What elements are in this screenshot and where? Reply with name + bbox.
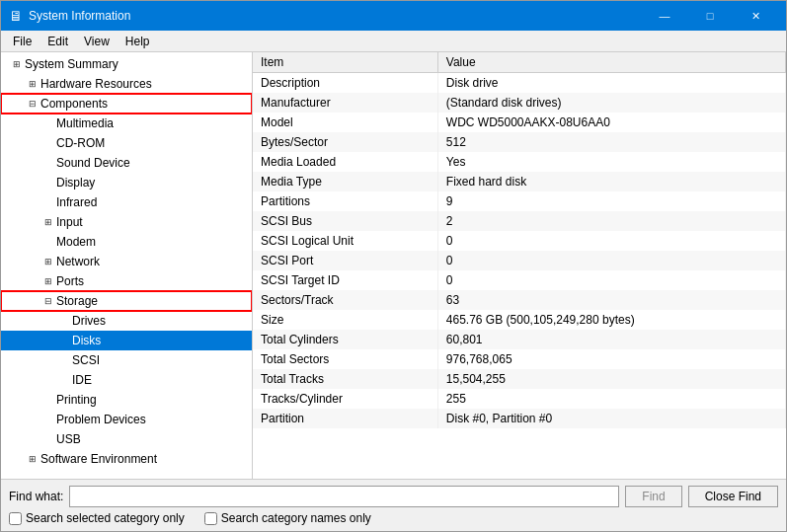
cell-value: 976,768,065 [437,349,785,369]
table-row: PartitionDisk #0, Partition #0 [253,409,786,428]
cell-value: Disk drive [437,73,785,94]
table-row: Size465.76 GB (500,105,249,280 bytes) [253,310,786,330]
tree-item-storage[interactable]: ⊟Storage [1,291,252,311]
tree-label-infrared: Infrared [56,195,97,209]
cell-value: 255 [437,389,785,409]
find-input[interactable] [69,486,619,507]
tree-label-input: Input [56,215,83,229]
tree-item-components[interactable]: ⊟Components [1,94,252,114]
tree-label-cd-rom: CD-ROM [56,136,105,150]
find-row: Find what: Find Close Find [9,486,778,507]
checkbox-selected-category[interactable]: Search selected category only [9,511,185,525]
table-container[interactable]: Item Value DescriptionDisk driveManufact… [253,52,786,479]
tree-item-printing[interactable]: Printing [1,390,252,410]
tree-item-hardware-resources[interactable]: ⊞Hardware Resources [1,74,252,94]
menu-edit[interactable]: Edit [39,33,76,50]
cell-item: Media Loaded [253,152,437,172]
cell-item: SCSI Target ID [253,270,437,290]
cell-value: (Standard disk drives) [437,93,785,113]
tree-container[interactable]: ⊞System Summary⊞Hardware Resources⊟Compo… [1,52,252,479]
tree-item-sound-device[interactable]: Sound Device [1,153,252,173]
cell-item: Description [253,73,437,94]
col-item: Item [253,52,437,73]
tree-label-software-environment: Software Environment [40,452,157,466]
close-button[interactable]: ✕ [733,1,778,31]
table-row: Media LoadedYes [253,152,786,172]
tree-item-network[interactable]: ⊞Network [1,252,252,271]
tree-item-problem-devices[interactable]: Problem Devices [1,410,252,429]
table-row: SCSI Logical Unit0 [253,231,786,251]
expand-icon-network: ⊞ [40,254,56,269]
tree-label-hardware-resources: Hardware Resources [40,77,152,91]
cell-value: 15,504,255 [437,369,785,389]
table-row: Manufacturer(Standard disk drives) [253,93,786,113]
cell-item: Size [253,310,437,330]
table-row: SCSI Port0 [253,251,786,270]
window-title: System Information [29,9,642,23]
tree-label-sound-device: Sound Device [56,156,130,170]
tree-item-disks[interactable]: Disks [1,331,252,350]
table-row: SCSI Target ID0 [253,270,786,290]
tree-label-disks: Disks [72,334,101,347]
menu-view[interactable]: View [76,33,118,50]
cell-value: 63 [437,290,785,310]
tree-label-modem: Modem [56,235,96,249]
cell-value: Yes [437,152,785,172]
tree-item-display[interactable]: Display [1,173,252,192]
search-names-checkbox[interactable] [204,512,217,525]
close-find-button[interactable]: Close Find [688,486,778,507]
cell-item: Sectors/Track [253,290,437,310]
tree-label-multimedia: Multimedia [56,116,114,130]
cell-item: Partition [253,409,437,428]
expand-icon-ports: ⊞ [40,273,56,289]
cell-value: 0 [437,270,785,290]
minimize-button[interactable]: — [642,1,687,31]
menu-help[interactable]: Help [118,33,158,50]
tree-item-scsi[interactable]: SCSI [1,350,252,370]
app-icon: 🖥 [9,8,23,24]
cell-value: 2 [437,211,785,231]
expand-icon-hardware-resources: ⊞ [25,76,40,92]
table-row: Bytes/Sector512 [253,132,786,152]
tree-item-infrared[interactable]: Infrared [1,192,252,212]
bottom-bar: Find what: Find Close Find Search select… [1,479,786,531]
search-selected-checkbox[interactable] [9,512,22,525]
tree-label-ide: IDE [72,373,92,387]
tree-item-multimedia[interactable]: Multimedia [1,114,252,133]
tree-label-printing: Printing [56,393,97,407]
tree-item-software-environment[interactable]: ⊞Software Environment [1,449,252,469]
tree-item-input[interactable]: ⊞Input [1,212,252,232]
tree-item-usb[interactable]: USB [1,429,252,449]
cell-value: 0 [437,251,785,270]
table-row: DescriptionDisk drive [253,73,786,94]
menu-file[interactable]: File [5,33,39,50]
tree-item-ports[interactable]: ⊞Ports [1,271,252,291]
tree-item-cd-rom[interactable]: CD-ROM [1,133,252,153]
menu-bar: File Edit View Help [1,31,786,52]
cell-value: 512 [437,132,785,152]
find-label: Find what: [9,490,63,503]
maximize-button[interactable]: □ [687,1,733,31]
find-button[interactable]: Find [625,486,681,507]
tree-item-modem[interactable]: Modem [1,232,252,252]
main-content: ⊞System Summary⊞Hardware Resources⊟Compo… [1,52,786,479]
cell-item: Manufacturer [253,93,437,113]
cell-item: Tracks/Cylinder [253,389,437,409]
cell-item: Total Cylinders [253,330,437,349]
checkbox-category-names[interactable]: Search category names only [204,511,371,525]
col-value: Value [437,52,785,73]
table-row: SCSI Bus2 [253,211,786,231]
tree-item-drives[interactable]: Drives [1,311,252,331]
cell-item: Total Sectors [253,349,437,369]
tree-label-storage: Storage [56,294,98,308]
cell-item: SCSI Logical Unit [253,231,437,251]
cell-item: Media Type [253,172,437,191]
cell-item: Bytes/Sector [253,132,437,152]
tree-item-system-summary[interactable]: ⊞System Summary [1,54,252,74]
table-row: Total Tracks15,504,255 [253,369,786,389]
tree-label-display: Display [56,176,95,190]
cell-value: 0 [437,231,785,251]
expand-icon-storage: ⊟ [40,293,56,309]
cell-value: 465.76 GB (500,105,249,280 bytes) [437,310,785,330]
tree-item-ide[interactable]: IDE [1,370,252,390]
